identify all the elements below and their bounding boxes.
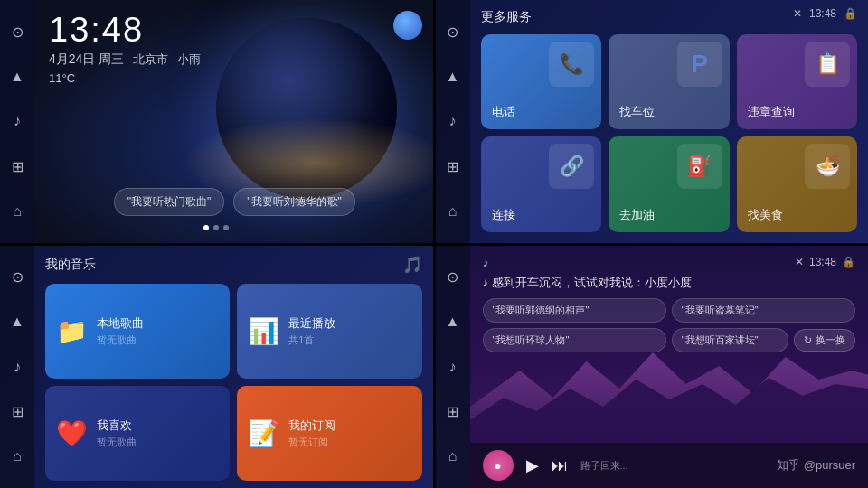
favorites-sub: 暂无歌曲 [97,436,137,449]
q2-topbar: ✕ 13:48 🔒 [793,7,857,20]
music-grid: 📁 本地歌曲 暂无歌曲 📊 最近播放 共1首 ❤️ 我喜欢 暂无歌曲 [45,284,422,482]
current-date: 4月24日 周三 [49,52,124,68]
q3-icon-home[interactable]: ⌂ [13,448,22,465]
record-icon: ● [494,458,501,473]
q2-signal-icon: ✕ [793,7,802,20]
q4-icon-music[interactable]: ♪ [449,359,457,375]
play-button[interactable]: ▶ [526,455,539,475]
assistant-time: 13:48 [809,256,836,268]
q1-icon-nav[interactable]: ▲ [10,69,24,85]
q2-icon-nav[interactable]: ▲ [446,69,460,85]
q2-icon-apps[interactable]: ⊞ [447,158,458,175]
q2-icon-home[interactable]: ⌂ [448,203,458,220]
food-icon: 🍜 [816,155,840,178]
violation-icon: 📋 [816,52,840,76]
q4-icon-home[interactable]: ⌂ [448,448,458,465]
q3-icon-apps[interactable]: ⊞ [12,403,24,420]
q4-icon-menu[interactable]: ⊙ [447,268,458,286]
q4-icon-apps[interactable]: ⊞ [447,403,458,420]
q1-icon-apps[interactable]: ⊞ [12,158,24,175]
subscriptions-title: 我的订阅 [288,418,335,434]
connect-icon-bg: 🔗 [549,144,594,189]
assistant-bottom-bar: ● ▶ ⏭ 路子回来... 知乎 @pursuer [470,443,869,488]
local-songs-title: 本地歌曲 [97,315,144,332]
q4-icon-nav[interactable]: ▲ [446,314,460,330]
q1-icon-menu[interactable]: ⊙ [12,23,24,41]
record-button[interactable]: ● [483,450,514,481]
food-icon-bg: 🍜 [805,144,850,189]
parking-icon-bg: P [677,42,722,87]
service-violation[interactable]: 📋 违章查询 [737,34,858,129]
q2-icon-music[interactable]: ♪ [449,113,457,129]
song-info: 路子回来... [580,459,765,473]
recent-play-icon: 📊 [248,316,279,346]
current-weather: 小雨 [177,52,201,68]
music-header: 我的音乐 🎵 [45,255,422,275]
fuel-icon-bg: ⛽ [677,144,722,189]
q1-icon-home[interactable]: ⌂ [13,203,22,220]
date-weather-row: 4月24日 周三 北京市 小雨 [49,52,201,68]
recent-play-card[interactable]: 📊 最近播放 共1首 [237,284,421,379]
q3-icon-music[interactable]: ♪ [14,359,21,375]
violation-label: 违章查询 [748,104,795,120]
service-connect[interactable]: 🔗 连接 [481,136,602,231]
q3-sidebar: ⊙ ▲ ♪ ⊞ ⌂ [0,246,34,489]
assistant-note-icon: ♪ [483,255,489,269]
swap-label: 换一换 [816,333,845,347]
local-songs-card[interactable]: 📁 本地歌曲 暂无歌曲 [45,284,230,379]
favorites-info: 我喜欢 暂无歌曲 [97,418,137,449]
suggestion-2[interactable]: "我要听刘德华的歌" [233,188,355,216]
user-avatar[interactable] [393,11,422,40]
music-quadrant: ⊙ ▲ ♪ ⊞ ⌂ 我的音乐 🎵 📁 本地歌曲 暂无歌曲 📊 最近播放 共1首 [0,246,433,489]
service-fuel[interactable]: ⛽ 去加油 [609,136,730,231]
recent-play-title: 最近播放 [288,315,335,332]
subscriptions-card[interactable]: 📝 我的订阅 暂无订阅 [237,386,421,481]
q3-icon-nav[interactable]: ▲ [10,314,24,330]
favorites-card[interactable]: ❤️ 我喜欢 暂无歌曲 [45,386,230,481]
current-time: 13:48 [49,11,201,50]
music-note-icon: 🎵 [402,255,422,275]
assistant-time-lock: ✕ 13:48 🔒 [795,256,855,268]
service-parking[interactable]: P 找车位 [609,34,730,129]
assistant-signal-icon: ✕ [795,256,804,268]
favorites-icon: ❤️ [56,418,88,448]
assistant-suggestion-3[interactable]: "我想听环球人物" [483,328,666,352]
assistant-suggestion-4[interactable]: "我想听百家讲坛" [672,328,788,352]
next-button[interactable]: ⏭ [552,456,568,475]
page-dots [203,225,229,230]
current-temp: 11°C [49,71,75,85]
service-phone[interactable]: 📞 电话 [481,34,602,129]
assistant-topbar: ♪ ✕ 13:48 🔒 [483,255,856,269]
dot-2[interactable] [213,225,219,230]
assistant-title-text: ♪ 感到开车沉闷，试试对我说：小度小度 [483,275,692,291]
q2-icon-menu[interactable]: ⊙ [447,23,458,41]
swap-button[interactable]: ↻ 换一换 [794,329,855,352]
connect-label: 连接 [492,207,515,223]
connect-icon: 🔗 [560,155,584,178]
q4-sidebar: ⊙ ▲ ♪ ⊞ ⌂ [436,246,470,489]
suggestion-1[interactable]: "我要听热门歌曲" [114,188,225,216]
services-main-content: 更多服务 ✕ 13:48 🔒 📞 电话 P 找车位 [470,0,869,243]
assistant-suggestion-2[interactable]: "我要听盗墓笔记" [672,298,855,323]
music-title: 我的音乐 [45,257,96,273]
service-grid: 📞 电话 P 找车位 📋 违章查询 🔗 连接 [481,34,858,232]
q3-icon-menu[interactable]: ⊙ [12,268,24,286]
watermark-text: 知乎 @pursuer [777,457,855,474]
violation-icon-bg: 📋 [805,42,850,87]
q2-sidebar: ⊙ ▲ ♪ ⊞ ⌂ [436,0,470,243]
subscriptions-icon: 📝 [248,418,279,448]
parking-icon: P [691,50,708,79]
dot-1[interactable] [203,225,209,230]
q1-icon-music[interactable]: ♪ [14,113,21,129]
assistant-title-row: ♪ 感到开车沉闷，试试对我说：小度小度 [483,275,856,291]
dot-3[interactable] [223,225,229,230]
swap-icon: ↻ [804,334,812,346]
q1-sidebar: ⊙ ▲ ♪ ⊞ ⌂ [0,0,34,243]
local-songs-info: 本地歌曲 暂无歌曲 [97,315,144,347]
assistant-quadrant: ⊙ ▲ ♪ ⊞ ⌂ ♪ ✕ 13:48 🔒 ♪ 感到开车沉闷，试试对我说：小度小… [436,246,869,489]
favorites-title: 我喜欢 [97,418,137,434]
service-food[interactable]: 🍜 找美食 [737,136,858,231]
voice-suggestions: "我要听热门歌曲" "我要听刘德华的歌" [45,188,424,216]
assistant-suggestion-1[interactable]: "我要听郭德纲的相声" [483,298,666,323]
assistant-suggestions-grid: "我要听郭德纲的相声" "我要听盗墓笔记" "我想听环球人物" "我想听百家讲坛… [483,298,856,352]
